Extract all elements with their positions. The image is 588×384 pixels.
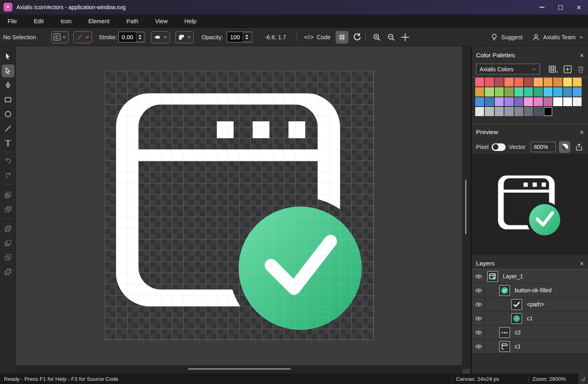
pathop-intersect-button[interactable]	[2, 251, 14, 264]
line-tool[interactable]	[2, 122, 14, 135]
maximize-button[interactable]	[551, 0, 570, 14]
color-swatch[interactable]	[485, 97, 494, 106]
pathop-exclude-button[interactable]	[2, 265, 14, 278]
suggest-button[interactable]: Suggest	[490, 28, 522, 46]
color-swatch[interactable]	[573, 78, 582, 86]
color-swatch[interactable]	[563, 78, 572, 86]
horizontal-scrollbar[interactable]	[16, 365, 470, 374]
color-swatch[interactable]	[534, 97, 542, 106]
text-tool[interactable]: T	[2, 137, 14, 149]
stroke-width-input[interactable]: 0.00	[118, 32, 145, 42]
canvas-workspace[interactable]	[16, 46, 470, 374]
rectangle-tool[interactable]	[2, 93, 14, 106]
icon-canvas[interactable]	[105, 71, 374, 340]
account-menu[interactable]: Axialis Team	[532, 28, 584, 46]
layer-row[interactable]: button-ok-filled	[472, 283, 588, 298]
palette-select[interactable]: Axialis Colors	[476, 64, 540, 74]
color-swatch[interactable]	[485, 107, 494, 116]
color-swatch[interactable]	[475, 107, 484, 116]
undo-button[interactable]	[2, 155, 14, 167]
color-swatch[interactable]	[524, 107, 533, 116]
horizontal-scrollbar-thumb[interactable]	[188, 368, 291, 370]
menu-path[interactable]: Path	[124, 16, 141, 26]
color-swatch[interactable]	[573, 97, 582, 106]
color-swatch[interactable]	[553, 87, 562, 96]
visibility-eye-icon[interactable]	[475, 302, 482, 308]
stroke-cap-dropdown[interactable]	[151, 31, 170, 43]
color-swatch[interactable]	[514, 97, 523, 106]
stroke-width-stepper[interactable]	[136, 32, 144, 42]
color-swatch[interactable]	[534, 78, 542, 86]
color-swatch[interactable]	[553, 97, 562, 106]
pen-tool[interactable]	[2, 79, 14, 92]
color-swatch[interactable]	[475, 97, 484, 106]
stroke-join-dropdown[interactable]	[175, 31, 194, 43]
color-swatch[interactable]	[514, 87, 523, 96]
close-icon[interactable]: ✕	[580, 129, 584, 135]
close-icon[interactable]: ✕	[580, 261, 584, 267]
color-swatch[interactable]	[514, 107, 523, 116]
menu-help[interactable]: Help	[182, 16, 199, 26]
color-swatch[interactable]	[534, 107, 542, 116]
color-swatch[interactable]	[534, 87, 542, 96]
visibility-eye-icon[interactable]	[475, 330, 482, 336]
add-palette-button[interactable]	[563, 64, 572, 76]
zoom-out-button[interactable]	[385, 31, 398, 44]
visibility-eye-icon[interactable]	[475, 287, 482, 294]
preview-background-button[interactable]	[559, 141, 570, 153]
color-swatch[interactable]	[495, 97, 504, 106]
layer-row[interactable]: c2	[472, 326, 588, 340]
vertical-scrollbar-thumb[interactable]	[465, 180, 466, 234]
close-button[interactable]: ✕	[570, 0, 588, 14]
pathop-subtract-button[interactable]	[2, 237, 14, 249]
layer-row[interactable]: c1	[472, 340, 588, 354]
direct-select-tool[interactable]	[2, 64, 14, 77]
arrange-forward-button[interactable]	[2, 189, 14, 201]
layer-row[interactable]: <path>	[472, 298, 588, 312]
close-icon[interactable]: ✕	[580, 52, 584, 58]
color-swatch[interactable]	[495, 107, 504, 116]
color-swatch[interactable]	[563, 97, 572, 106]
vertical-scrollbar[interactable]	[462, 46, 470, 365]
color-swatch[interactable]	[504, 97, 513, 106]
color-swatch[interactable]	[475, 78, 484, 86]
code-button[interactable]: </> Code	[304, 28, 330, 46]
center-view-button[interactable]	[399, 31, 412, 44]
stroke-color-dropdown[interactable]	[73, 31, 92, 43]
color-swatch[interactable]	[544, 97, 552, 106]
color-swatch[interactable]	[504, 107, 513, 116]
color-swatch[interactable]	[504, 78, 513, 86]
visibility-eye-icon[interactable]	[475, 273, 482, 279]
menu-edit[interactable]: Edit	[31, 16, 46, 26]
preview-zoom-select[interactable]: 800%	[531, 142, 556, 152]
pixel-vector-toggle[interactable]	[492, 143, 506, 151]
fill-style-dropdown[interactable]: C	[51, 31, 69, 43]
color-swatch[interactable]	[573, 87, 582, 96]
color-swatch[interactable]	[504, 87, 513, 96]
color-swatch[interactable]	[475, 87, 484, 96]
color-swatch[interactable]	[544, 87, 552, 96]
pathop-union-button[interactable]	[2, 222, 14, 235]
color-swatch[interactable]	[524, 78, 533, 86]
color-swatch[interactable]	[524, 97, 533, 106]
zoom-in-button[interactable]	[370, 31, 383, 44]
color-swatch[interactable]	[485, 78, 494, 86]
color-swatch[interactable]	[495, 78, 504, 86]
color-swatch[interactable]	[524, 87, 533, 96]
delete-palette-button[interactable]	[576, 64, 585, 76]
color-swatch[interactable]	[544, 107, 552, 116]
visibility-eye-icon[interactable]	[475, 316, 482, 322]
rotate-view-button[interactable]	[351, 31, 364, 44]
color-swatch[interactable]	[563, 87, 572, 96]
select-tool[interactable]	[2, 50, 14, 63]
menu-file[interactable]: File	[5, 16, 19, 26]
menu-icon[interactable]: Icon	[58, 16, 74, 26]
opacity-stepper[interactable]	[243, 32, 250, 42]
color-swatch[interactable]	[495, 87, 504, 96]
redo-button[interactable]	[2, 169, 14, 182]
resize-grip[interactable]	[578, 374, 588, 384]
menu-element[interactable]: Element	[86, 16, 112, 26]
palette-view-button[interactable]	[548, 64, 558, 76]
export-preview-button[interactable]	[574, 141, 585, 153]
opacity-input[interactable]: 100	[227, 32, 252, 42]
